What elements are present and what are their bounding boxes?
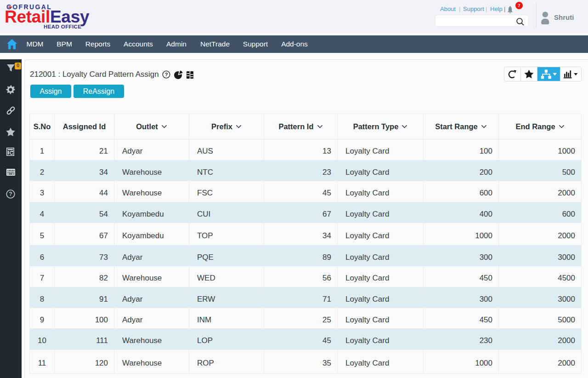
svg-text:?: ?: [9, 191, 12, 197]
svg-text:?: ?: [165, 72, 168, 77]
